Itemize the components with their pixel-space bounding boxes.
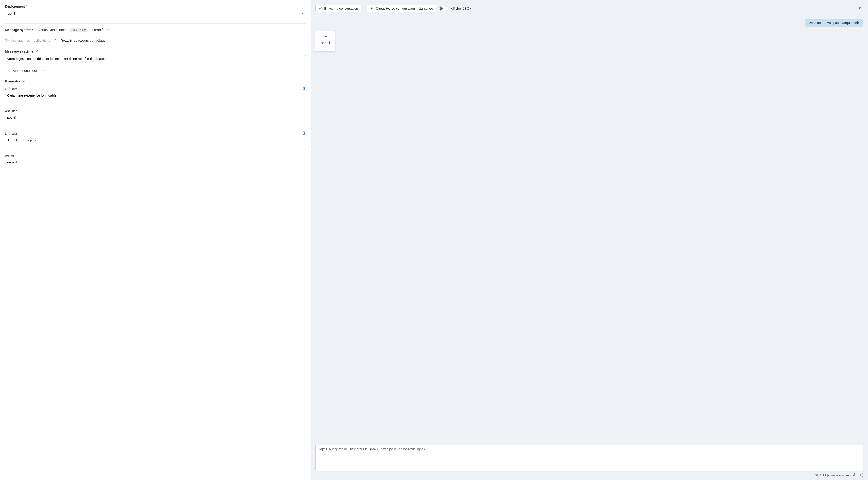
- delete-example-button[interactable]: [302, 131, 306, 136]
- system-message-label: Message système i: [5, 50, 306, 53]
- add-section-button[interactable]: Ajouter une section: [5, 67, 48, 74]
- examples-label: Exemples i: [5, 79, 306, 83]
- assistant-message-card: ••• positif: [315, 31, 335, 52]
- example-assistant-label: Assistant :: [5, 109, 306, 113]
- example-assistant-input[interactable]: [5, 114, 306, 127]
- gear-icon: [370, 6, 374, 11]
- microphone-button[interactable]: [852, 473, 857, 478]
- svg-point-0: [371, 8, 372, 8]
- example-assistant-input[interactable]: [5, 159, 306, 172]
- instant-capabilities-button[interactable]: Capacités de conversation instantanée: [367, 4, 436, 12]
- user-message: Vous ne pouvez pas manquer cela: [805, 19, 863, 27]
- speaker-button[interactable]: [859, 6, 863, 11]
- toggle-track[interactable]: [439, 6, 448, 11]
- sync-icon: [5, 38, 9, 43]
- tab-system-message[interactable]: Message système: [5, 28, 33, 34]
- input-footer: 38/8192 jetons à envoyer: [315, 473, 863, 478]
- chat-area: Vous ne pouvez pas manquer cela ••• posi…: [315, 12, 863, 445]
- send-icon: [859, 474, 863, 478]
- revert-icon: [55, 38, 59, 43]
- config-tabs: Message système Ajoutez vos données PRÉV…: [5, 28, 306, 34]
- chevron-down-icon: [43, 69, 45, 72]
- show-json-label: Afficher JSON: [451, 7, 472, 10]
- chat-toolbar: Effacer la conversation Capacités de con…: [315, 4, 863, 12]
- reset-defaults-button[interactable]: Rétablir les valeurs par défaut: [55, 38, 105, 43]
- preview-badge: PRÉVERSION: [70, 28, 88, 32]
- tab-add-data[interactable]: Ajoutez vos données PRÉVERSION: [37, 28, 88, 34]
- speaker-icon: [859, 7, 863, 11]
- plus-icon: [8, 68, 11, 72]
- deployment-label: Déploiement*: [5, 4, 306, 8]
- token-status: 38/8192 jetons à envoyer: [815, 474, 850, 477]
- example-user-label: Utilisateur :: [5, 87, 306, 91]
- info-icon[interactable]: i: [35, 50, 38, 53]
- example-user-label: Utilisateur :: [5, 131, 306, 136]
- system-message-input[interactable]: [5, 55, 306, 62]
- example-user-input[interactable]: [5, 137, 306, 150]
- deployment-select[interactable]: gpt-4: [5, 10, 306, 17]
- broom-icon: [318, 6, 322, 11]
- app-root: Déploiement* gpt-4 Message système Ajout…: [0, 0, 868, 480]
- send-button[interactable]: [859, 473, 863, 478]
- info-icon[interactable]: i: [22, 79, 25, 83]
- example-user-input[interactable]: [5, 92, 306, 105]
- example-assistant-label: Assistant :: [5, 154, 306, 158]
- show-json-toggle[interactable]: Afficher JSON: [439, 6, 472, 11]
- chat-input[interactable]: [315, 445, 863, 471]
- assistant-message-text: positif: [321, 41, 330, 45]
- deployment-value: gpt-4: [8, 11, 15, 15]
- clear-conversation-button[interactable]: Effacer la conversation: [315, 4, 361, 12]
- input-area: 38/8192 jetons à envoyer: [315, 445, 863, 478]
- config-pane: Déploiement* gpt-4 Message système Ajout…: [0, 0, 311, 480]
- more-icon[interactable]: •••: [321, 35, 330, 38]
- delete-example-button[interactable]: [302, 87, 306, 91]
- toggle-thumb: [440, 7, 443, 10]
- microphone-icon: [852, 474, 857, 478]
- tab-parameters[interactable]: Paramètres: [92, 28, 109, 34]
- apply-changes-button: Appliquer les modifications: [5, 38, 50, 43]
- required-asterisk: *: [26, 4, 28, 8]
- svg-rect-1: [854, 473, 855, 476]
- action-bar: Appliquer les modifications Rétablir les…: [5, 38, 306, 46]
- chat-pane: Effacer la conversation Capacités de con…: [311, 0, 868, 480]
- chevron-down-icon: [300, 12, 303, 15]
